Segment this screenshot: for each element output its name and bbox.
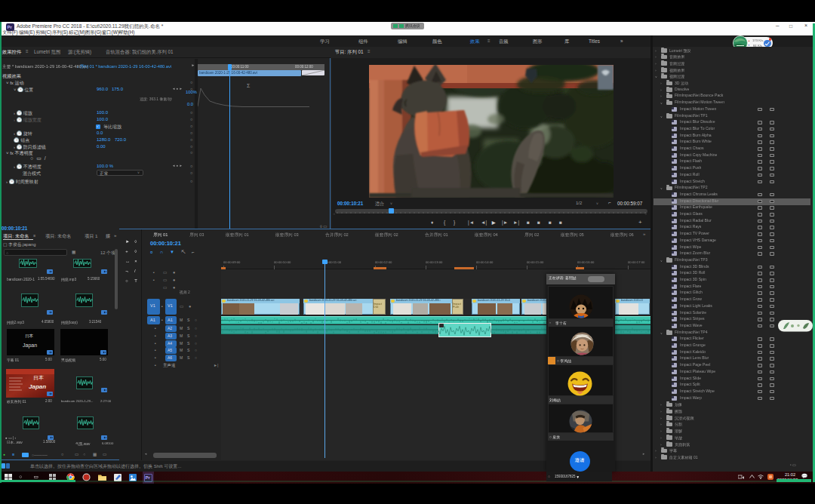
svg-text:日本: 日本	[33, 375, 44, 381]
svg-text:Japan: Japan	[29, 383, 46, 390]
